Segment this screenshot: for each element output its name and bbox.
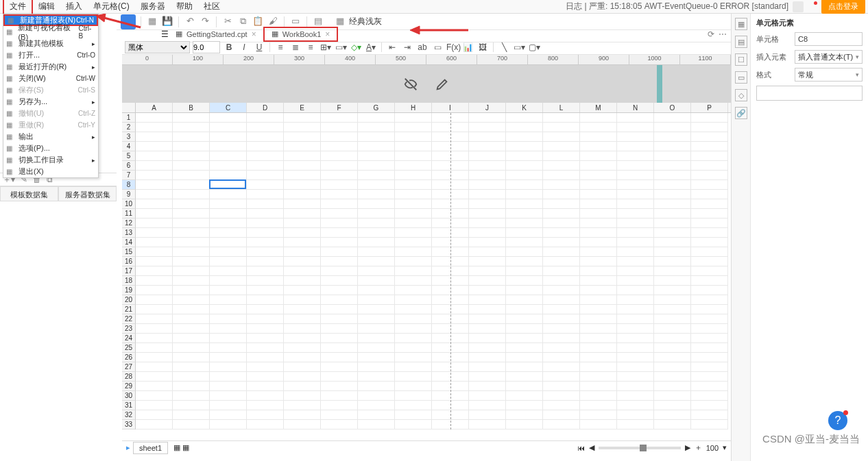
cell[interactable]	[173, 266, 210, 276]
row-header-31[interactable]: 31	[122, 401, 136, 410]
cell[interactable]	[691, 199, 728, 209]
zoom-plus-icon[interactable]: ＋	[695, 443, 702, 453]
cell[interactable]	[210, 324, 247, 334]
cell[interactable]	[136, 353, 173, 362]
cell[interactable]	[543, 151, 580, 161]
cell[interactable]	[173, 276, 210, 286]
cell[interactable]	[358, 199, 395, 209]
cell[interactable]	[173, 257, 210, 266]
cell[interactable]	[247, 190, 284, 199]
cell[interactable]	[469, 247, 506, 257]
cell[interactable]	[173, 247, 210, 257]
col-header-J[interactable]: J	[469, 103, 506, 112]
input-icon[interactable]: ▢▾	[528, 41, 540, 53]
cell[interactable]	[136, 247, 173, 257]
cell[interactable]	[284, 238, 321, 247]
col-header-O[interactable]: O	[654, 103, 691, 112]
cell[interactable]	[580, 324, 617, 334]
cell[interactable]	[247, 305, 284, 314]
cell[interactable]	[469, 171, 506, 180]
cell[interactable]	[506, 151, 543, 161]
col-header-M[interactable]: M	[580, 103, 617, 112]
cell[interactable]	[136, 199, 173, 209]
cell[interactable]	[580, 180, 617, 190]
cell[interactable]	[654, 228, 691, 238]
cell[interactable]	[284, 209, 321, 219]
cell[interactable]	[654, 171, 691, 180]
menu-cell[interactable]: 单元格(C)	[88, 0, 135, 14]
cell[interactable]	[395, 142, 432, 151]
cell[interactable]	[469, 305, 506, 314]
line-icon[interactable]: ╲	[498, 41, 510, 53]
cell[interactable]	[247, 238, 284, 247]
cell[interactable]	[395, 151, 432, 161]
cell[interactable]	[395, 219, 432, 228]
cell[interactable]	[210, 382, 247, 391]
cell[interactable]	[506, 286, 543, 295]
cell[interactable]	[284, 266, 321, 276]
cell[interactable]	[691, 228, 728, 238]
cell[interactable]	[395, 324, 432, 334]
cell[interactable]	[543, 362, 580, 372]
cell[interactable]	[395, 190, 432, 199]
cell[interactable]	[543, 372, 580, 382]
cell[interactable]	[321, 171, 358, 180]
cell[interactable]	[247, 113, 284, 123]
cell[interactable]	[469, 353, 506, 362]
cell[interactable]	[580, 266, 617, 276]
cell[interactable]	[358, 142, 395, 151]
cell[interactable]	[136, 343, 173, 353]
cell[interactable]	[654, 266, 691, 276]
cell[interactable]	[617, 199, 654, 209]
col-header-A[interactable]: A	[136, 103, 173, 112]
cell[interactable]	[395, 113, 432, 123]
cell[interactable]	[543, 123, 580, 132]
cell[interactable]	[247, 410, 284, 420]
cell[interactable]	[654, 420, 691, 429]
cell[interactable]	[691, 362, 728, 372]
cell[interactable]	[210, 391, 247, 401]
cell[interactable]	[506, 353, 543, 362]
cell[interactable]	[691, 420, 728, 429]
cell[interactable]	[358, 295, 395, 305]
refresh-icon[interactable]: ⟳	[708, 29, 714, 39]
cell[interactable]	[580, 151, 617, 161]
cell[interactable]	[580, 190, 617, 199]
cell[interactable]	[247, 257, 284, 266]
cell[interactable]	[395, 410, 432, 420]
row-header-30[interactable]: 30	[122, 391, 136, 401]
cell[interactable]	[247, 228, 284, 238]
cell[interactable]	[321, 343, 358, 353]
cell[interactable]	[210, 401, 247, 410]
cell[interactable]	[395, 401, 432, 410]
cell[interactable]	[469, 209, 506, 219]
cell[interactable]	[691, 257, 728, 266]
cell[interactable]	[358, 113, 395, 123]
cell[interactable]	[617, 161, 654, 171]
cell[interactable]	[617, 151, 654, 161]
cell[interactable]	[506, 324, 543, 334]
cell[interactable]	[284, 113, 321, 123]
cell[interactable]	[506, 171, 543, 180]
cell[interactable]	[210, 190, 247, 199]
cell[interactable]	[617, 382, 654, 391]
cell[interactable]	[173, 410, 210, 420]
cell[interactable]	[617, 266, 654, 276]
cell[interactable]	[136, 391, 173, 401]
cell[interactable]	[173, 295, 210, 305]
menu-edit[interactable]: 编辑	[33, 0, 60, 14]
row-header-16[interactable]: 16	[122, 257, 136, 266]
cell[interactable]	[469, 334, 506, 343]
cell[interactable]	[321, 410, 358, 420]
cell[interactable]	[543, 161, 580, 171]
cell[interactable]	[358, 151, 395, 161]
cell[interactable]	[617, 391, 654, 401]
cell[interactable]	[321, 334, 358, 343]
menu-item[interactable]: ▦打开...Ctrl-O	[3, 49, 98, 61]
cell[interactable]	[321, 353, 358, 362]
cell[interactable]	[654, 113, 691, 123]
cell[interactable]	[173, 391, 210, 401]
cell[interactable]	[543, 171, 580, 180]
cell[interactable]	[691, 276, 728, 286]
cell[interactable]	[617, 343, 654, 353]
